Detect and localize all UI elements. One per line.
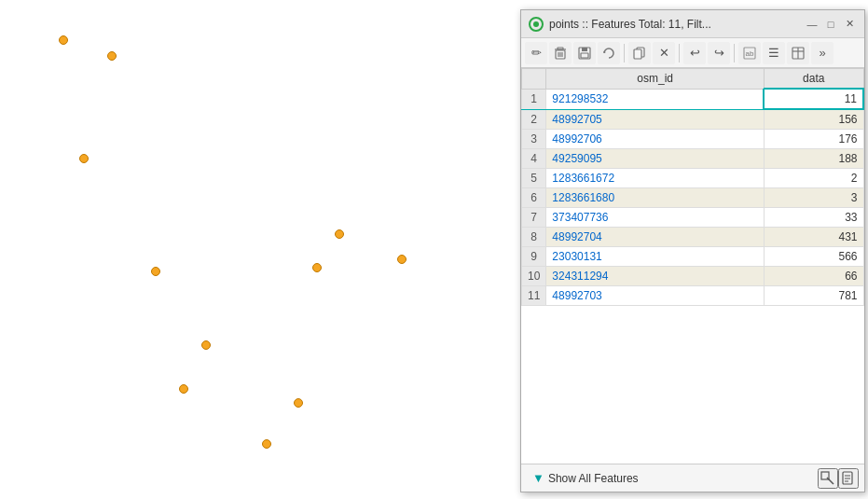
col-header-data[interactable]: data	[764, 69, 863, 90]
app-icon	[529, 17, 544, 32]
osm-id-cell[interactable]: 48992706	[546, 130, 765, 149]
delete-button[interactable]	[549, 42, 572, 64]
minimize-button[interactable]: —	[805, 17, 820, 32]
osm-id-cell[interactable]: 1283661672	[546, 169, 765, 188]
map-dot	[151, 267, 160, 276]
expand-button[interactable]	[787, 42, 809, 64]
list-button[interactable]: ☰	[763, 42, 785, 64]
maximize-button[interactable]: □	[823, 17, 838, 32]
statusbar: ▼ Show All Features	[521, 464, 864, 492]
refresh-button[interactable]	[598, 42, 620, 64]
close-button[interactable]: ✕	[842, 17, 857, 32]
data-cell[interactable]: 156	[764, 109, 863, 130]
attribute-table-window: points :: Features Total: 11, Filt... — …	[520, 9, 865, 492]
map-dot	[79, 154, 89, 163]
undo-button[interactable]: ↩	[683, 42, 706, 64]
osm-id-cell[interactable]: 48992705	[546, 109, 765, 130]
table-row[interactable]: 192129853211	[522, 89, 864, 109]
map-dot	[179, 384, 188, 394]
row-number: 2	[522, 109, 546, 130]
table-row[interactable]: 923030131566	[522, 247, 864, 267]
table-row[interactable]: 1032431129466	[522, 267, 864, 286]
map-dot	[59, 35, 68, 45]
data-cell[interactable]: 188	[764, 149, 863, 169]
row-number: 9	[522, 247, 546, 267]
table-row[interactable]: 612836616803	[522, 188, 864, 208]
row-number: 11	[522, 286, 546, 306]
delete2-button[interactable]: ✕	[653, 42, 675, 64]
table-row[interactable]: 348992706176	[522, 130, 864, 149]
row-number: 8	[522, 228, 546, 247]
row-number: 7	[522, 208, 546, 228]
svg-rect-9	[582, 48, 587, 51]
row-number: 10	[522, 267, 546, 286]
copy-selection-button[interactable]	[838, 468, 859, 489]
more-button[interactable]: »	[811, 42, 834, 64]
svg-rect-12	[634, 49, 641, 59]
toolbar-separator-2	[679, 44, 680, 62]
toolbar: ✏ ✕ ↩ ↪ ab ☰ »	[521, 38, 864, 68]
row-number: 6	[522, 188, 546, 208]
osm-id-cell[interactable]: 49259095	[546, 149, 765, 169]
row-number: 1	[522, 89, 546, 109]
table-row[interactable]: 1148992703781	[522, 286, 864, 306]
attribute-table: osm_id data 1921298532112489927051563489…	[521, 68, 864, 306]
save-button[interactable]	[573, 42, 596, 64]
filter-icon: ▼	[532, 471, 544, 485]
osm-id-cell[interactable]: 324311294	[546, 267, 765, 286]
col-header-osm-id[interactable]: osm_id	[546, 69, 765, 90]
toolbar-separator-3	[734, 44, 735, 62]
data-cell[interactable]: 11	[764, 89, 863, 109]
table-container[interactable]: osm_id data 1921298532112489927051563489…	[521, 68, 864, 464]
map-dot	[312, 263, 322, 272]
osm-id-cell[interactable]: 48992703	[546, 286, 765, 306]
copy-button[interactable]	[628, 42, 651, 64]
data-cell[interactable]: 66	[764, 267, 863, 286]
osm-id-cell[interactable]: 23030131	[546, 247, 765, 267]
map-dot	[397, 255, 406, 264]
zoom-to-selection-button[interactable]	[818, 468, 838, 489]
svg-rect-7	[558, 48, 563, 49]
data-cell[interactable]: 3	[764, 188, 863, 208]
data-cell[interactable]: 33	[764, 208, 863, 228]
row-number: 5	[522, 169, 546, 188]
show-features-label: Show All Features	[548, 472, 639, 485]
map-dot	[107, 51, 117, 61]
osm-id-cell[interactable]: 1283661680	[546, 188, 765, 208]
table-row[interactable]: 737340773633	[522, 208, 864, 228]
svg-text:ab: ab	[746, 49, 754, 58]
open-field-calc-button[interactable]: ab	[738, 42, 761, 64]
redo-button[interactable]: ↪	[708, 42, 730, 64]
map-dot	[201, 340, 211, 350]
data-cell[interactable]: 781	[764, 286, 863, 306]
toolbar-separator-1	[624, 44, 625, 62]
row-number: 4	[522, 149, 546, 169]
osm-id-cell[interactable]: 921298532	[546, 89, 765, 109]
map-dot	[335, 229, 344, 239]
map-dot	[262, 439, 271, 449]
table-body: 1921298532112489927051563489927061764492…	[522, 89, 864, 306]
data-cell[interactable]: 176	[764, 130, 863, 149]
data-cell[interactable]: 2	[764, 169, 863, 188]
col-header-row	[522, 69, 546, 90]
window-title: points :: Features Total: 11, Filt...	[549, 18, 801, 31]
map-dot	[294, 398, 303, 408]
data-cell[interactable]: 431	[764, 228, 863, 247]
svg-line-19	[827, 478, 834, 484]
osm-id-cell[interactable]: 373407736	[546, 208, 765, 228]
table-row[interactable]: 449259095188	[522, 149, 864, 169]
show-all-features-button[interactable]: ▼ Show All Features	[527, 469, 644, 487]
row-number: 3	[522, 130, 546, 149]
edit-pencil-button[interactable]: ✏	[525, 42, 547, 64]
svg-rect-10	[581, 53, 588, 58]
data-cell[interactable]: 566	[764, 247, 863, 267]
titlebar: points :: Features Total: 11, Filt... — …	[521, 10, 864, 38]
osm-id-cell[interactable]: 48992704	[546, 228, 765, 247]
table-row[interactable]: 512836616722	[522, 169, 864, 188]
table-row[interactable]: 248992705156	[522, 109, 864, 130]
table-row[interactable]: 848992704431	[522, 228, 864, 247]
svg-point-1	[533, 21, 539, 27]
